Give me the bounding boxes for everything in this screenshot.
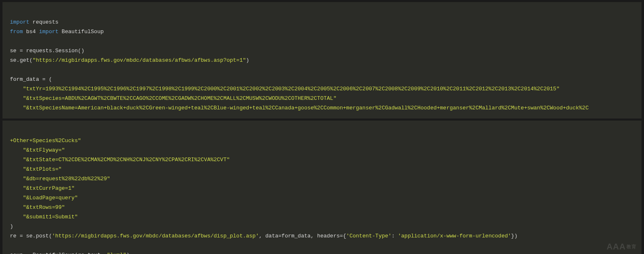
code-line: import requests [10,19,58,25]
watermark-sub: 教育 [627,244,637,249]
paren-close: ) [10,223,13,230]
brace-close: }) [511,233,518,239]
code-line: form_data = ( [10,76,52,82]
string-literal: "&txtPlots=" [10,166,62,172]
code-line: soup = BeautifulSoup(re.text, "lxml") [10,252,130,254]
keyword-import: import [39,29,58,35]
keyword-import: import [10,19,29,25]
module-name: requests [29,19,58,25]
var-name: form_data [10,76,42,82]
code-block-1: import requests from bs4 import Beautifu… [2,2,642,119]
code-line: se.get("https://migbirdapps.fws.gov/mbdc… [10,57,249,63]
operator-eq: = [26,252,29,254]
string-literal: "&txtState=CT%2CDE%2CMA%2CMD%2CNH%2CNJ%2… [10,157,230,163]
string-literal: +Other+Species%2Cucks" [10,138,81,144]
code-line: se = requests.Session() [10,48,84,54]
operator-eq: = [340,233,343,239]
code-block-2: +Other+Species%2Cucks" "&txtFlyway=" "&t… [2,121,642,254]
keyword-from: from [10,29,23,35]
paren-open: ( [46,76,52,82]
var-name: re [10,233,19,239]
class-name: BeautifulSoup [58,29,104,35]
string-literal: "txtYr=1993%2C1994%2C1995%2C1996%2C1997%… [10,86,559,92]
string-literal: "&txtRows=99" [10,204,65,210]
paren-close: ) [246,57,249,63]
watermark: AAA教育 [607,242,637,252]
call-expr: requests.Session() [23,48,84,54]
arg-name: form_data, headers [281,233,339,239]
code-line: re = se.post('https://migbirdapps.fws.go… [10,233,518,239]
call-expr: se.get( [10,57,33,63]
var-name: se [10,48,19,54]
string-literal: "https://migbirdapps.fws.gov/mbdc/databa… [33,57,246,63]
string-literal: "&LoadPage=query" [10,195,78,201]
watermark-main: AAA [607,242,626,251]
arg-name: , data [259,233,278,239]
module-name: bs4 [23,29,39,35]
string-literal: "&submit1=Submit" [10,214,78,220]
colon: : [392,233,398,239]
call-expr: se.post( [23,233,52,239]
var-name: soup [10,252,26,254]
code-line: from bs4 import BeautifulSoup [10,29,104,35]
string-literal: 'Content-Type' [346,233,391,239]
string-literal: "&db=request%28%22db%22%29" [10,176,110,182]
string-literal: 'application/x-www-form-urlencoded' [398,233,511,239]
string-literal: "&txtCurrPage=1" [10,185,75,191]
string-literal: "&txtFlyway=" [10,147,65,153]
string-literal: "&txtSpeciesName=American+black+duck%2CG… [10,105,588,111]
string-literal: "&txtSpecies=ABDU%2CAGWT%2CBWTE%2CCAGO%2… [10,95,337,102]
paren-close: ) [126,252,130,254]
call-expr: BeautifulSoup(re.text, [29,252,107,254]
string-literal: "lxml" [107,252,126,254]
string-literal: 'https://migbirdapps.fws.gov/mbdc/databa… [52,233,259,239]
operator-eq: = [42,76,46,82]
